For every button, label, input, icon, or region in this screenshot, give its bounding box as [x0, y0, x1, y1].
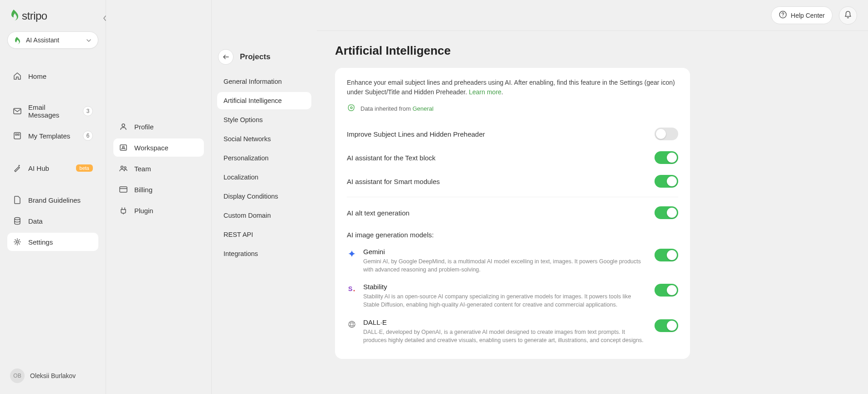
nav-label: My Templates [28, 132, 76, 140]
projects-localization[interactable]: Localization [217, 169, 311, 186]
model-name: Gemini [363, 248, 648, 256]
nav-data[interactable]: Data [7, 212, 98, 230]
nav-settings[interactable]: Settings [7, 233, 98, 251]
count-badge: 3 [83, 106, 93, 116]
settings-plugin[interactable]: Plugin [113, 201, 204, 220]
toggle-dalle[interactable] [655, 319, 678, 332]
toggle-subject[interactable] [655, 128, 678, 140]
nav-ai-hub[interactable]: AI Hub beta [7, 159, 98, 177]
user-menu[interactable]: OB Oleksii Burlakov [7, 365, 98, 387]
settings-item-label: Team [134, 165, 151, 173]
workspace-icon [119, 143, 128, 152]
project-selector[interactable]: AI Assistant [7, 31, 98, 49]
help-icon [779, 10, 787, 20]
projects-rest[interactable]: REST API [217, 226, 311, 243]
credit-card-icon [119, 185, 128, 194]
sidebar-collapse-button[interactable] [100, 14, 109, 23]
svg-rect-3 [18, 134, 19, 135]
projects-domain[interactable]: Custom Domain [217, 207, 311, 224]
count-badge: 6 [83, 131, 93, 141]
svg-point-15 [350, 107, 352, 109]
document-icon [13, 195, 22, 205]
model-desc: Gemini AI, by Google DeepMind, is a mult… [363, 257, 648, 274]
toggle-label: AI assistant for the Text block [347, 154, 436, 162]
svg-rect-1 [14, 133, 20, 139]
help-center-button[interactable]: Help Center [771, 6, 832, 24]
model-desc: DALL·E, developed by OpenAI, is a genera… [363, 328, 648, 344]
page-title: Artificial Intelligence [335, 44, 850, 58]
topbar: Help Center [317, 0, 868, 31]
plugin-icon [119, 206, 128, 215]
ai-settings-card: Enhance your email subject lines and pre… [335, 68, 690, 359]
nav-my-templates[interactable]: My Templates 6 [7, 126, 98, 145]
projects-ai[interactable]: Artificial Intelligence [217, 92, 311, 109]
toggle-gemini[interactable] [655, 249, 678, 261]
content: Artificial Intelligence Enhance your ema… [317, 31, 868, 394]
svg-rect-0 [14, 108, 21, 114]
project-icon [14, 36, 21, 44]
projects-integrations[interactable]: Integrations [217, 245, 311, 262]
model-dalle-row: DALL·E DALL·E, developed by OpenAI, is a… [347, 314, 678, 349]
projects-display[interactable]: Display Conditions [217, 188, 311, 205]
projects-title: Projects [240, 52, 270, 61]
settings-profile[interactable]: Profile [113, 118, 204, 136]
projects-sidebar: Projects General Information Artificial … [211, 0, 317, 394]
toggle-stability[interactable] [655, 284, 678, 297]
learn-more-link[interactable]: Learn more [469, 88, 502, 96]
user-name: Oleksii Burlakov [30, 372, 76, 379]
back-button[interactable] [218, 49, 233, 65]
svg-point-4 [15, 218, 20, 220]
toggle-smart-modules[interactable] [655, 175, 678, 188]
avatar: OB [10, 368, 25, 383]
svg-rect-11 [120, 187, 127, 192]
gear-icon [13, 237, 22, 246]
projects-social[interactable]: Social Networks [217, 130, 311, 148]
projects-personalization[interactable]: Personalization [217, 149, 311, 167]
settings-workspace[interactable]: Workspace [113, 138, 204, 157]
nav-label: AI Hub [28, 164, 70, 172]
projects-style[interactable]: Style Options [217, 111, 311, 128]
toggle-subject-row: Improve Subject Lines and Hidden Prehead… [347, 122, 678, 146]
nav-home[interactable]: Home [7, 67, 98, 85]
settings-item-label: Workspace [134, 144, 168, 152]
nav-label: Settings [28, 238, 93, 246]
model-desc: Stability AI is an open-source AI compan… [363, 292, 648, 309]
svg-point-10 [124, 167, 126, 169]
nav-label: Brand Guidelines [28, 196, 93, 204]
svg-text:S: S [348, 285, 352, 292]
toggle-alt-text-row: AI alt text generation [347, 201, 678, 225]
main-area: Help Center Artificial Intelligence Enha… [317, 0, 868, 394]
settings-team[interactable]: Team [113, 159, 204, 178]
settings-billing[interactable]: Billing [113, 180, 204, 199]
nav-label: Data [28, 217, 93, 225]
projects-general[interactable]: General Information [217, 73, 311, 90]
toggle-text-block[interactable] [655, 151, 678, 164]
beta-badge: beta [76, 164, 93, 172]
notifications-button[interactable] [839, 6, 857, 25]
person-icon [119, 122, 128, 131]
toggle-alt-text[interactable] [655, 206, 678, 219]
brand-name: stripo [22, 10, 47, 22]
svg-rect-2 [15, 134, 17, 135]
model-name: Stability [363, 283, 648, 291]
gemini-icon [347, 249, 357, 259]
logo[interactable]: stripo [7, 9, 98, 22]
model-gemini-row: Gemini Gemini AI, by Google DeepMind, is… [347, 243, 678, 278]
project-selector-label: AI Assistant [26, 36, 81, 44]
database-icon [13, 216, 22, 225]
inherited-link[interactable]: General [412, 105, 433, 112]
toggle-label: Improve Subject Lines and Hidden Prehead… [347, 130, 485, 138]
settings-item-label: Plugin [134, 207, 153, 215]
bell-icon [844, 10, 852, 20]
stability-icon: S [347, 284, 357, 294]
stripo-logo-icon [10, 9, 19, 22]
nav-label: Email Messages [28, 103, 76, 119]
settings-item-label: Billing [134, 186, 152, 194]
primary-nav: Home Email Messages 3 My Templates 6 AI … [7, 67, 98, 251]
nav-email-messages[interactable]: Email Messages 3 [7, 99, 98, 123]
nav-brand-guidelines[interactable]: Brand Guidelines [7, 191, 98, 209]
model-name: DALL·E [363, 318, 648, 326]
model-stability-row: S Stability Stability AI is an open-sour… [347, 278, 678, 313]
team-icon [119, 164, 128, 173]
magic-wand-icon [13, 164, 22, 173]
